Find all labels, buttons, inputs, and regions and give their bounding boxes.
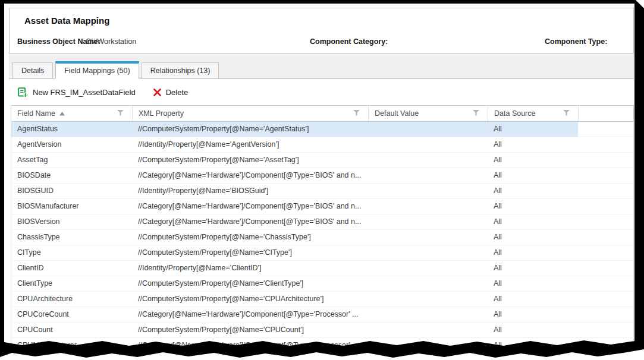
cell-default-value: [368, 168, 488, 183]
cell-data-source: All: [488, 122, 578, 137]
new-record-icon: [18, 87, 28, 97]
cell-default-value: [368, 276, 488, 291]
cell-filler: [578, 199, 633, 214]
table-row[interactable]: AgentStatus//ComputerSystem/Property[@Na…: [11, 122, 633, 137]
new-assetdatafield-label: New FRS_IM_AssetDataField: [33, 88, 136, 97]
table-row[interactable]: BIOSDate//Category[@Name='Hardware']/Com…: [11, 168, 633, 184]
column-header-xml-property[interactable]: XML Property: [133, 106, 369, 121]
cell-default-value: [368, 199, 488, 214]
tab-relationships-13[interactable]: Relationships (13): [142, 62, 219, 79]
cell-data-source: All: [488, 230, 578, 245]
column-header-data-source[interactable]: Data Source: [488, 106, 579, 121]
filter-funnel-icon[interactable]: [563, 109, 570, 118]
cell-default-value: [368, 307, 488, 322]
cell-default-value: [368, 214, 488, 229]
cell-default-value: [368, 323, 488, 337]
tab-details[interactable]: Details: [12, 62, 53, 79]
cell-xml-property: //Identity/Property[@Name='AgentVersion'…: [132, 137, 368, 152]
cell-filler: [578, 261, 633, 276]
cell-filler: [578, 230, 633, 245]
cell-filler: [578, 323, 633, 337]
cell-data-source: All: [488, 323, 578, 337]
delete-button[interactable]: Delete: [153, 88, 189, 97]
column-header-default-value[interactable]: Default Value: [369, 106, 488, 121]
tab-strip: DetailsField Mappings (50)Relationships …: [9, 53, 634, 79]
cell-default-value: [368, 338, 488, 353]
cell-field-name: CPUCount: [11, 323, 132, 337]
column-header-field-name[interactable]: Field Name: [11, 106, 133, 121]
asset-data-mapping-window: Asset Data Mapping Business Object Name:…: [4, 4, 634, 360]
cell-data-source: All: [488, 307, 578, 322]
column-header-filler: [579, 106, 633, 121]
tabs-container: DetailsField Mappings (50)Relationships …: [9, 53, 634, 78]
cell-data-source: All: [488, 214, 578, 229]
cell-xml-property: //ComputerSystem/Property[@Name='CPUArch…: [132, 292, 368, 307]
cell-filler: [578, 137, 633, 152]
cell-data-source: All: [488, 137, 578, 152]
table-row[interactable]: CIType//ComputerSystem/Property[@Name='C…: [11, 245, 633, 261]
cell-data-source: All: [488, 199, 578, 214]
cell-filler: [578, 153, 633, 168]
cell-xml-property: //Identity/Property[@Name='BIOSGuid']: [132, 184, 368, 198]
header-panel: Asset Data Mapping Business Object Name:…: [9, 8, 634, 53]
cell-data-source: All: [488, 153, 578, 168]
component-type-label: Component Type:: [545, 37, 607, 46]
cell-filler: [578, 276, 633, 291]
toolbar: New FRS_IM_AssetDataField Delete: [9, 79, 634, 105]
cell-xml-property: //Category[@Name='Hardware']/Component[@…: [132, 338, 368, 353]
cell-field-name: AgentVersion: [11, 137, 132, 152]
red-x-icon: [153, 89, 161, 96]
table-row[interactable]: CPUManufacturer//Category[@Name='Hardwar…: [11, 338, 633, 353]
filter-funnel-icon[interactable]: [473, 109, 479, 118]
filter-funnel-icon[interactable]: [117, 109, 124, 118]
cell-xml-property: //Category[@Name='Hardware']/Component[@…: [132, 307, 368, 322]
table-row[interactable]: ClientID//Identity/Property[@Name='Clien…: [11, 261, 633, 276]
cell-xml-property: //Category[@Name='Hardware']/Component[@…: [132, 168, 368, 183]
cell-data-source: All: [488, 168, 578, 183]
filter-funnel-icon[interactable]: [353, 109, 360, 118]
cell-xml-property: //ComputerSystem/Property[@Name='CPUCoun…: [132, 323, 368, 337]
table-row[interactable]: BIOSManufacturer//Category[@Name='Hardwa…: [11, 199, 633, 214]
table-row[interactable]: CPUCoreCount//Category[@Name='Hardware']…: [11, 307, 633, 323]
column-label: Field Name: [17, 109, 55, 118]
component-category-label: Component Category:: [310, 37, 388, 46]
cell-default-value: [368, 230, 488, 245]
cell-filler: [578, 184, 633, 198]
cell-field-name: CPUCoreCount: [11, 307, 132, 322]
tab-field-mappings-50[interactable]: Field Mappings (50): [55, 61, 139, 79]
cell-xml-property: //ComputerSystem/Property[@Name='ClientT…: [132, 276, 368, 291]
table-row[interactable]: BIOSVersion//Category[@Name='Hardware']/…: [11, 214, 633, 230]
cell-filler: [578, 292, 633, 307]
cell-filler: [578, 307, 633, 322]
table-row[interactable]: BIOSGUID//Identity/Property[@Name='BIOSG…: [11, 184, 633, 199]
table-row[interactable]: ChassisType//ComputerSystem/Property[@Na…: [11, 230, 633, 245]
cell-default-value: [368, 137, 488, 152]
cell-data-source: All: [488, 184, 578, 198]
cell-xml-property: //Identity/Property[@Name='ClientID']: [132, 261, 368, 276]
new-assetdatafield-button[interactable]: New FRS_IM_AssetDataField: [18, 87, 136, 97]
table-row[interactable]: CPUCount//ComputerSystem/Property[@Name=…: [11, 323, 633, 338]
grid-body: AgentStatus//ComputerSystem/Property[@Na…: [11, 122, 634, 353]
cell-default-value: [368, 184, 488, 198]
table-row[interactable]: AgentVersion//Identity/Property[@Name='A…: [11, 137, 633, 153]
column-label: Default Value: [375, 109, 419, 118]
field-mappings-grid: Field Name XML Property Default Value: [11, 105, 634, 353]
cell-default-value: [368, 245, 488, 260]
cell-xml-property: //Category[@Name='Hardware']/Component[@…: [132, 214, 368, 229]
table-row[interactable]: AssetTag//ComputerSystem/Property[@Name=…: [11, 153, 633, 168]
cell-field-name: AgentStatus: [11, 122, 132, 137]
grid-header-row: Field Name XML Property Default Value: [11, 105, 634, 122]
cell-field-name: ClientType: [11, 276, 132, 291]
cell-default-value: [368, 153, 488, 168]
cell-field-name: AssetTag: [11, 153, 132, 168]
cell-field-name: CIType: [11, 245, 132, 260]
cell-field-name: ChassisType: [11, 230, 132, 245]
table-row[interactable]: ClientType//ComputerSystem/Property[@Nam…: [11, 276, 633, 292]
column-label: Data Source: [494, 109, 535, 118]
cell-filler: [578, 245, 633, 260]
cell-field-name: BIOSGUID: [11, 184, 132, 198]
cell-field-name: BIOSManufacturer: [11, 199, 132, 214]
cell-filler: [578, 338, 633, 353]
table-row[interactable]: CPUArchitecture//ComputerSystem/Property…: [11, 292, 633, 307]
cell-default-value: [368, 292, 488, 307]
